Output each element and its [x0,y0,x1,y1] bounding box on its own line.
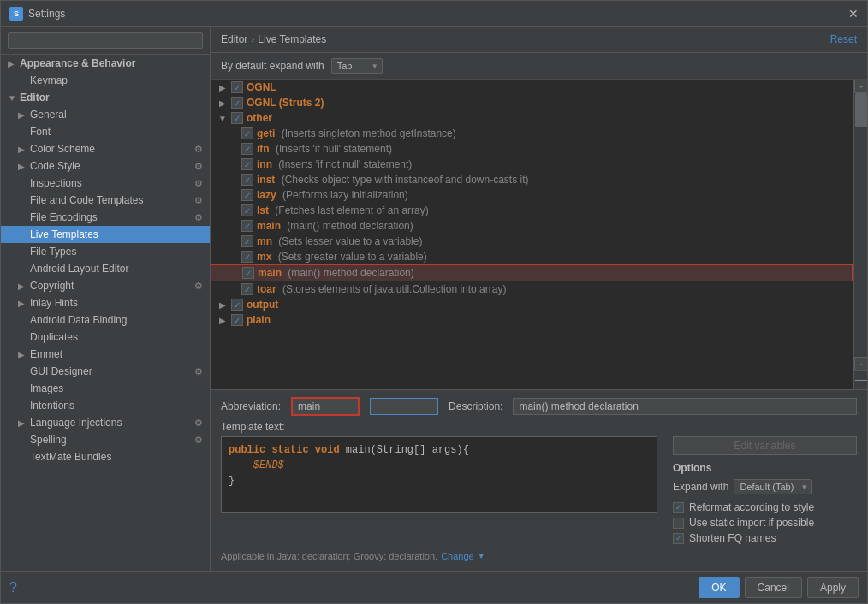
search-input[interactable] [8,32,203,49]
sidebar-item-androidlayout[interactable]: Android Layout Editor [1,260,210,277]
tree-item-ifn[interactable]: ifn (Inserts 'if null' statement) [211,141,853,157]
main-panel: Editor › Live Templates Reset By default… [211,27,867,571]
arrow-icon: ▶ [217,98,228,108]
template-name: toar [257,283,276,295]
checkbox-mx[interactable] [241,251,253,263]
tree-item-lst[interactable]: lst (Fetches last element of an array) [211,203,853,218]
settings-icon: ⚙ [194,161,203,172]
sidebar-item-general[interactable]: ▶ General [1,106,210,123]
template-desc: (Checks object type with instanceof and … [278,174,528,186]
sidebar-item-colorscheme[interactable]: ▶ Color Scheme ⚙ [1,140,210,157]
sidebar-item-images[interactable]: Images [1,380,210,397]
templates-list[interactable]: ▶ OGNL ▶ OGNL (Struts 2) ▼ other [211,80,853,389]
checkbox-main[interactable] [241,220,253,232]
scroll-down-button[interactable]: - [854,357,867,370]
checkbox-ognl[interactable] [231,81,243,93]
settings-icon: ⚙ [194,178,203,189]
checkbox-static-import[interactable] [673,518,684,529]
scroll-up-button[interactable]: + [854,80,867,93]
checkbox-plain[interactable] [231,314,243,326]
sidebar-item-textmatebundles[interactable]: TextMate Bundles [1,448,210,465]
sidebar-item-font[interactable]: Font [1,123,210,140]
tree-item-geti[interactable]: geti (Inserts singleton method getInstan… [211,126,853,141]
scroll-thumb[interactable] [855,93,867,127]
tree-item-mn[interactable]: mn (Sets lesser value to a variable) [211,234,853,249]
sidebar-item-label: Code Style [30,160,80,172]
checkbox-mn[interactable] [241,235,253,247]
group-label: other [247,112,272,124]
expand-select[interactable]: Default (Tab) Tab Enter Space [734,479,812,494]
sidebar-item-spelling[interactable]: Spelling ⚙ [1,431,210,448]
reset-button[interactable]: Reset [830,33,857,45]
checkbox-other[interactable] [231,112,243,124]
sidebar-item-copyright[interactable]: ▶ Copyright ⚙ [1,277,210,294]
expand-with-select[interactable]: Tab Enter Space [331,58,383,74]
sidebar-item-appearance[interactable]: ▶ Appearance & Behavior [1,55,210,72]
checkbox-main2[interactable] [242,267,254,279]
template-desc: (Fetches last element of an array) [272,204,429,216]
help-button[interactable]: ? [9,580,17,595]
sidebar-item-codestyle[interactable]: ▶ Code Style ⚙ [1,157,210,175]
checkbox-geti[interactable] [241,127,253,139]
abbreviation-extra-input[interactable] [370,398,438,415]
checkbox-inn[interactable] [241,158,253,170]
arrow-icon: ▶ [8,59,16,68]
footer-buttons: OK Cancel Apply [699,577,859,598]
arrow-icon: ▶ [18,145,27,154]
checkbox-ifn[interactable] [241,143,253,155]
sidebar-item-languageinjections[interactable]: ▶ Language Injections ⚙ [1,414,210,431]
checkbox-lst[interactable] [241,204,253,216]
edit-variables-button[interactable]: Edit variables [673,436,857,455]
options-container: Edit variables Options Expand with Defau… [664,436,857,548]
checkbox-toar[interactable] [241,283,253,295]
sidebar-item-filecodetemplates[interactable]: File and Code Templates ⚙ [1,192,210,209]
chevron-down-icon: ▼ [478,552,485,560]
close-button[interactable]: ✕ [848,8,859,20]
sidebar-item-intentions[interactable]: Intentions [1,397,210,414]
description-input[interactable] [513,398,857,415]
sidebar-item-fileencodings[interactable]: File Encodings ⚙ [1,209,210,226]
sidebar-item-inspections[interactable]: Inspections ⚙ [1,175,210,192]
code-line-3: } [229,473,650,489]
sidebar-item-livetemplates[interactable]: Live Templates [1,226,210,243]
footer: ? OK Cancel Apply [1,571,867,603]
tree-item-other[interactable]: ▼ other [211,110,853,126]
tree-item-main-selected[interactable]: main (main() method declaration) [211,264,853,281]
group-label: plain [247,314,271,326]
toolbar-label: By default expand with [221,60,324,72]
cancel-button[interactable]: Cancel [745,577,802,598]
tree-item-ognl[interactable]: ▶ OGNL [211,80,853,95]
checkbox-lazy[interactable] [241,189,253,201]
tree-item-ognl2[interactable]: ▶ OGNL (Struts 2) [211,95,853,110]
checkbox-reformat[interactable] [673,502,684,513]
sidebar-item-emmet[interactable]: ▶ Emmet [1,346,210,363]
checkbox-inst[interactable] [241,174,253,186]
sidebar-item-androiddatabinding[interactable]: Android Data Binding [1,311,210,329]
sidebar-item-editor[interactable]: ▼ Editor [1,89,210,106]
tree-item-mx[interactable]: mx (Sets greater value to a variable) [211,249,853,264]
apply-button[interactable]: Apply [807,577,859,598]
sidebar-item-keymap[interactable]: Keymap [1,72,210,89]
checkbox-output[interactable] [231,299,243,311]
sidebar-item-inlayhints[interactable]: ▶ Inlay Hints [1,294,210,311]
checkbox-shorten-fq[interactable] [673,533,684,544]
sidebar-item-duplicates[interactable]: Duplicates [1,329,210,346]
tree-item-toar[interactable]: toar (Stores elements of java.util.Colle… [211,281,853,297]
sidebar-item-label: Intentions [30,400,74,412]
tree-item-inst[interactable]: inst (Checks object type with instanceof… [211,172,853,187]
tree-item-main[interactable]: main (main() method declaration) [211,218,853,234]
tree-item-output[interactable]: ▶ output [211,297,853,312]
sidebar-item-label: File Types [30,246,76,258]
abbreviation-input[interactable] [291,397,360,416]
expand-select-wrapper: Default (Tab) Tab Enter Space [734,479,812,494]
tree-item-plain[interactable]: ▶ plain [211,312,853,328]
tree-item-inn[interactable]: inn (Inserts 'if not null' statement) [211,157,853,172]
template-desc: (Sets greater value to a variable) [275,251,426,263]
scrollbar[interactable]: + - [853,80,867,389]
ok-button[interactable]: OK [699,577,739,598]
tree-item-lazy[interactable]: lazy (Performs lazy initialization) [211,187,853,203]
checkbox-ognl2[interactable] [231,97,243,109]
change-link[interactable]: Change [441,551,474,561]
sidebar-item-filetypes[interactable]: File Types [1,243,210,260]
sidebar-item-guidesigner[interactable]: GUI Designer ⚙ [1,363,210,380]
